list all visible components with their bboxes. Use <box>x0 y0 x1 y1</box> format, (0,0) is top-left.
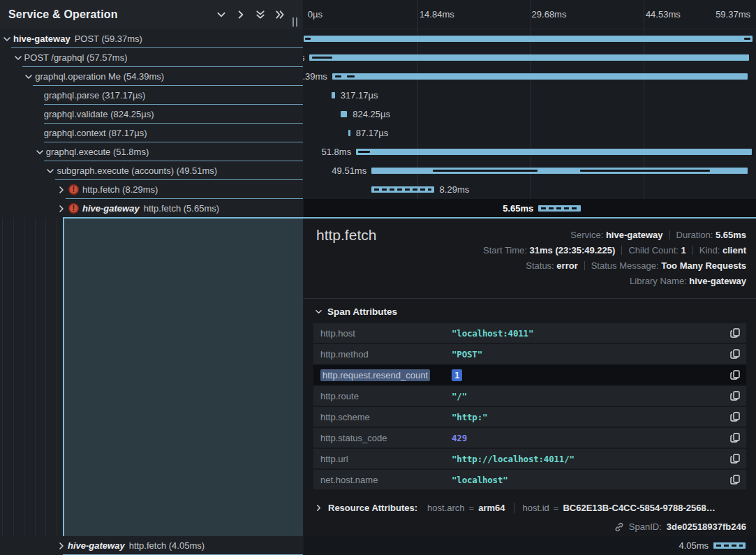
span-duration-bar[interactable] <box>332 92 335 98</box>
chevron-down-icon[interactable] <box>24 73 33 81</box>
span-duration-bar[interactable] <box>538 205 581 212</box>
attribute-row[interactable]: http.method"POST" <box>313 344 746 364</box>
chevron-right-icon[interactable] <box>57 542 66 550</box>
bar-duration-label: 4.05ms <box>679 540 709 551</box>
span-duration-bar[interactable] <box>304 36 753 42</box>
double-chevron-down-button[interactable] <box>255 10 265 20</box>
bar-event-mark <box>347 75 354 77</box>
link-icon[interactable] <box>614 522 624 532</box>
service-name: hive-gateway <box>13 34 71 44</box>
span-name-label: graphql.context (87.17µs) <box>44 128 147 138</box>
bar-event-mark <box>312 57 332 59</box>
span-duration-bar[interactable] <box>332 73 748 80</box>
panel-resize-handle[interactable] <box>292 17 301 27</box>
copy-icon[interactable] <box>729 453 741 464</box>
resource-value: arm64 <box>478 503 505 513</box>
span-meta-line: Service: hive-gatewayDuration: 5.65ms <box>483 228 746 243</box>
tree-row[interactable]: POST /graphql (57.57ms) <box>0 48 303 67</box>
tree-row[interactable]: subgraph.execute (accounts) (49.51ms) <box>0 161 303 180</box>
span-duration-bar[interactable] <box>371 186 433 193</box>
attribute-row[interactable]: http.route"/" <box>313 386 746 406</box>
copy-icon[interactable] <box>729 432 741 443</box>
resource-key: host.arch <box>427 503 464 513</box>
resource-equals: = <box>554 503 559 513</box>
tree-header: Service & Operation <box>0 0 303 29</box>
chevron-down-icon[interactable] <box>46 167 54 175</box>
tree-row[interactable]: graphql.validate (824.25µs) <box>0 105 303 124</box>
attribute-value: 1 <box>452 370 462 380</box>
copy-icon[interactable] <box>729 474 741 485</box>
attribute-key: net.host.name <box>320 475 452 485</box>
attribute-row[interactable]: http.url"http://localhost:4011/" <box>313 449 746 468</box>
ruler-tick: 44.53ms <box>646 9 681 20</box>
chevron-right-button[interactable] <box>236 10 246 20</box>
timeline-row[interactable]: 824.25µs <box>304 105 756 124</box>
timeline-row[interactable]: 54.39ms <box>304 67 756 86</box>
chevron-down-icon[interactable] <box>14 54 22 62</box>
copy-icon[interactable] <box>729 390 741 401</box>
copy-icon[interactable] <box>729 348 741 360</box>
attribute-value: "/" <box>452 391 467 401</box>
bar-event-mark <box>335 75 342 77</box>
meta-value: Too Many Requests <box>661 260 746 271</box>
span-meta-line: Library Name: hive-gateway <box>483 274 746 289</box>
span-duration-bar[interactable] <box>713 542 746 549</box>
resource-attributes-row[interactable]: Resource Attributes: host.arch=arm64host… <box>315 498 746 517</box>
timeline-row[interactable]: 87.17µs <box>304 124 756 142</box>
span-duration-bar[interactable] <box>348 130 350 136</box>
copy-icon[interactable] <box>729 369 741 380</box>
timeline-row[interactable]: 4.05ms <box>304 536 756 555</box>
tree-row[interactable]: !http.fetch (8.29ms) <box>0 180 303 199</box>
tree-row[interactable]: hive-gatewayhttp.fetch (4.05ms) <box>0 536 303 555</box>
chevron-down-button[interactable] <box>216 10 226 20</box>
attribute-row[interactable]: http.scheme"http:" <box>313 407 746 427</box>
bar-events-dashes <box>716 545 743 547</box>
double-chevron-right-button[interactable] <box>275 10 285 20</box>
tree-row[interactable]: graphql.parse (317.17µs) <box>0 86 303 105</box>
meta-label: Kind: <box>699 245 722 256</box>
tree-row[interactable]: !hive-gatewayhttp.fetch (5.65ms) <box>0 199 303 218</box>
attribute-row[interactable]: http.host"localhost:4011" <box>313 323 746 343</box>
attribute-row[interactable]: http.status_code429 <box>313 428 746 447</box>
meta-value: 31ms (23:35:49.225) <box>530 245 616 256</box>
chevron-down-icon[interactable] <box>3 35 11 43</box>
chevron-down-icon[interactable] <box>36 148 44 156</box>
span-duration-bar[interactable] <box>341 111 347 117</box>
timeline-row[interactable]: 49.51ms <box>304 161 756 180</box>
selected-span-detail-spacer <box>63 219 303 536</box>
tree-row[interactable]: graphql.operation Me (54.39ms) <box>0 67 303 86</box>
copy-icon[interactable] <box>729 327 741 339</box>
meta-value: client <box>722 245 746 256</box>
timeline-row[interactable]: 5.65ms <box>304 199 756 218</box>
timeline-row[interactable]: 57.57ms <box>304 48 756 67</box>
meta-label: Library Name: <box>630 276 689 286</box>
chevron-right-icon[interactable] <box>57 186 66 194</box>
chevron-right-icon[interactable] <box>57 205 66 213</box>
attribute-key: http.scheme <box>320 412 452 422</box>
attribute-row[interactable]: http.request.resend_count1 <box>313 365 746 385</box>
span-name-label: graphql.execute (51.8ms) <box>46 147 149 157</box>
span-name-label: POST (59.37ms) <box>75 34 142 44</box>
timeline-bottom-row: 4.05ms <box>304 536 756 555</box>
span-duration-bar[interactable] <box>309 54 749 61</box>
bar-duration-label: 87.17µs <box>356 128 389 138</box>
attribute-key: http.status_code <box>320 433 452 443</box>
timeline-row[interactable]: 8.29ms <box>304 180 756 199</box>
attribute-key: http.request.resend_count <box>320 370 452 380</box>
attribute-value: "http://localhost:4011/" <box>452 454 575 464</box>
span-duration-bar[interactable] <box>356 149 751 155</box>
span-attributes-header[interactable]: Span Attributes <box>315 306 397 317</box>
timeline-row[interactable]: 317.17µs <box>304 86 756 105</box>
tree-row[interactable]: graphql.context (87.17µs) <box>0 124 303 142</box>
meta-separator <box>669 230 670 239</box>
meta-label: Status Message: <box>591 260 661 271</box>
attribute-row[interactable]: net.host.name"localhost" <box>313 470 746 489</box>
tree-row[interactable]: graphql.execute (51.8ms) <box>0 142 303 161</box>
tree-row[interactable]: hive-gatewayPOST (59.37ms) <box>0 29 303 48</box>
copy-icon[interactable] <box>729 411 741 422</box>
timeline-row[interactable] <box>304 29 756 48</box>
timeline-row[interactable]: 51.8ms <box>304 142 756 161</box>
attribute-key: http.route <box>320 391 452 401</box>
error-icon: ! <box>68 203 79 214</box>
span-name-label: graphql.parse (317.17µs) <box>44 90 146 101</box>
